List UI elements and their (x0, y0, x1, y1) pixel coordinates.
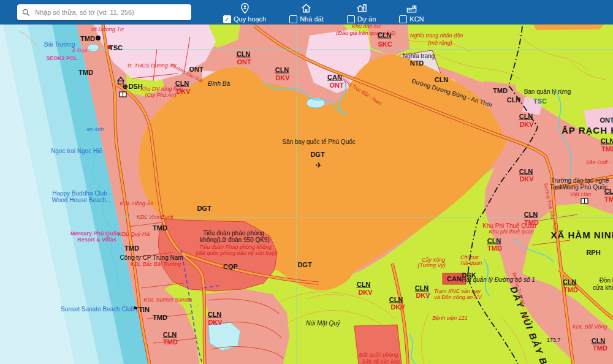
layer-toggle-quy-hoach[interactable]: ✓Quy hoạch (223, 2, 266, 23)
toolbar: ✓Quy hoạch Nhà đất Dự án KCN (0, 0, 613, 25)
point-marker (96, 36, 101, 40)
layer-toggle-kcn[interactable]: KCN (399, 2, 424, 23)
planning-pin-icon (239, 2, 251, 14)
layer-label: KCN (409, 15, 424, 23)
layer-toggle-du-an[interactable]: Dự án (347, 2, 376, 23)
checkbox[interactable] (347, 15, 355, 23)
house-icon (300, 2, 312, 14)
map-application: ✓Quy hoạch Nhà đất Dự án KCN (0, 0, 613, 364)
layer-label: Quy hoạch (234, 15, 266, 23)
map-canvas[interactable] (0, 25, 613, 364)
tsc-marker (108, 45, 112, 49)
project-building-icon (356, 2, 368, 14)
layer-label: Dự án (357, 15, 376, 23)
layer-toggle-nha-dat[interactable]: Nhà đất (289, 2, 324, 23)
checkbox[interactable]: ✓ (223, 15, 231, 23)
search-box[interactable] (17, 4, 191, 20)
search-icon (22, 9, 30, 17)
checkbox[interactable] (289, 15, 297, 23)
layer-toggle-bar: ✓Quy hoạch Nhà đất Dự án KCN (223, 2, 424, 23)
factory-icon (405, 2, 418, 14)
book-icon (120, 92, 126, 97)
book-icon (581, 199, 588, 203)
layer-label: Nhà đất (300, 15, 324, 23)
checkbox[interactable] (399, 15, 407, 23)
search-input[interactable] (34, 8, 186, 17)
